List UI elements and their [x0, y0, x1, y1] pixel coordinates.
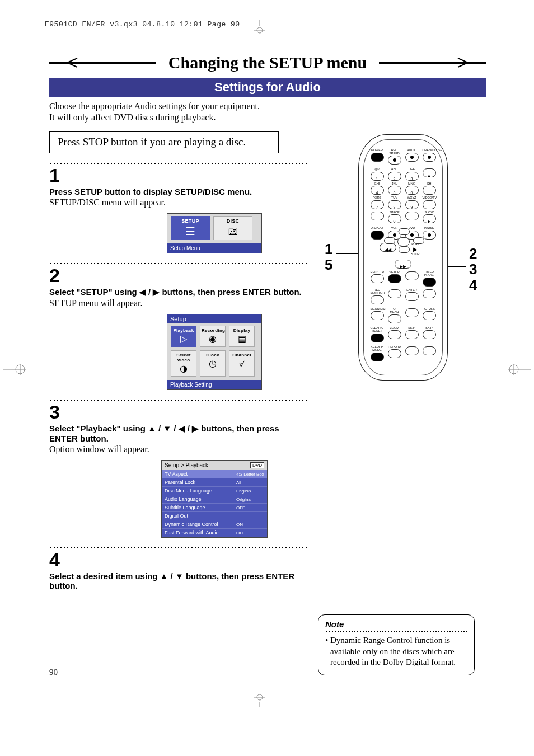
option-value: OFF [233, 504, 267, 512]
option-label: Dynamic Range Control [162, 520, 233, 529]
remote-button-label: REC MONITOR [371, 289, 384, 295]
remote-button-label: DEF [405, 168, 419, 171]
remote-button[interactable] [388, 289, 401, 298]
digit-2-button[interactable]: 2 [388, 172, 401, 181]
TOP MENU-button[interactable] [388, 314, 401, 323]
nav-left-button[interactable] [384, 237, 395, 244]
DISPLAY-button[interactable] [371, 231, 384, 240]
osd-footer: Playback Setting [167, 380, 261, 389]
AUDIO-button[interactable] [405, 153, 419, 162]
RETURN-button[interactable] [423, 311, 436, 320]
option-label: Subtitle Language [162, 504, 233, 512]
SEARCH MODE-button[interactable] [371, 353, 384, 361]
remote-button[interactable] [405, 346, 419, 355]
remote-button-label: AUDIO [405, 149, 419, 152]
SKIP-button[interactable] [423, 330, 436, 339]
digit-x-button[interactable] [423, 200, 436, 209]
step-number: 1 [49, 166, 307, 185]
option-value: OFF [233, 529, 267, 537]
remote-button[interactable] [423, 346, 436, 355]
osd-setup-disc: SETUP ☰ DISC 🖭 Setup Menu [167, 213, 262, 253]
digit-3-button[interactable]: 3 [405, 172, 419, 181]
POWER-button[interactable] [371, 153, 384, 162]
REC SPEED-button[interactable] [388, 156, 401, 165]
display-icon: ▤ [231, 335, 253, 344]
remote-button-label: MENU/LIST [371, 308, 384, 311]
step-text: SETUP menu will appear. [49, 298, 307, 308]
enter-button[interactable] [397, 237, 410, 246]
nav-right-button[interactable] [413, 237, 424, 244]
remote-button-label: SKIP [405, 327, 419, 330]
crop-mark-icon [252, 20, 268, 34]
digit-1-button[interactable]: 1 [371, 172, 384, 181]
remote-button-label: SPACE [388, 211, 401, 214]
remote-button-label: REC/OTR [371, 271, 384, 274]
nav-down-button[interactable] [399, 246, 410, 253]
option-value: Original [233, 495, 267, 504]
digit-6-button[interactable]: 6 [405, 186, 419, 195]
disc-icon: 🖭 [215, 226, 251, 237]
remote-button[interactable] [405, 271, 419, 280]
osd-option-row: Audio LanguageOriginal [162, 495, 267, 504]
digit-▶-button[interactable]: ▶ [423, 214, 436, 223]
arrows-udlr-icon: ▲ / ▼ / ◀ / ▶ [148, 424, 199, 433]
callout-5: 5 [325, 256, 332, 274]
digit-8-button[interactable]: 8 [388, 200, 401, 209]
TIMER PROG.-button[interactable] [423, 278, 436, 287]
option-value: All [233, 478, 267, 487]
dvd-badge: DVD [250, 462, 264, 468]
osd-option-row: Subtitle LanguageOFF [162, 504, 267, 512]
remote-button-label: REC SPEED [388, 149, 401, 155]
remote-button-label: POWER [371, 149, 384, 152]
ENTER-button[interactable] [405, 292, 419, 301]
intro-line-2: It will only affect DVD discs during pla… [49, 112, 307, 123]
SKIP-button[interactable] [405, 330, 419, 339]
trim-mark-icon [3, 364, 26, 375]
osd-option-row: Digital Out [162, 512, 267, 520]
digit-x-button[interactable] [405, 212, 419, 220]
step-number: 2 [49, 266, 307, 285]
remote-diagram: 1 5 2 3 4 POWERREC SPEEDAUDIOOPEN/CLOSE … [325, 134, 481, 381]
digit-9-button[interactable]: 9 [405, 200, 419, 209]
remote-button-label: MNO [405, 182, 419, 186]
nav-cluster [383, 228, 425, 256]
digit-7-button[interactable]: 7 [371, 200, 384, 209]
digit-▲-button[interactable]: ▲ [423, 168, 436, 177]
osd-cell-recording: Recording◉ [200, 326, 226, 347]
option-label: Audio Language [162, 495, 233, 504]
CLEAR/C-RESET-button[interactable] [371, 334, 384, 342]
chevron-left-icon [64, 57, 79, 68]
digit-5-button[interactable]: 5 [388, 186, 401, 195]
MENU/LIST-button[interactable] [371, 311, 384, 320]
OPEN/CLOSE-button[interactable] [423, 153, 436, 162]
digit-4-button[interactable]: 4 [371, 186, 384, 195]
digit-x-button[interactable] [371, 212, 384, 220]
page-title: Changing the SETUP menu [156, 53, 379, 72]
digit-x-button[interactable] [423, 186, 436, 195]
ZOOM-button[interactable] [388, 330, 401, 339]
remote-button-label: VIDEO/TV [423, 196, 436, 200]
option-label: Fast Forward with Audio [162, 529, 233, 537]
remote-button[interactable] [423, 289, 436, 298]
page-title-bar: Changing the SETUP menu [49, 50, 486, 75]
play-icon: ▷ [172, 335, 195, 344]
REC/OTR-button[interactable] [371, 274, 384, 283]
arrows-lr-icon: ◀ / ▶ [139, 287, 160, 297]
fast-forward-button[interactable]: ▶▶ [395, 260, 411, 269]
remote-button-label: GHI [371, 182, 384, 186]
step-text: Option window will appear. [49, 444, 307, 454]
osd-cell-display: Display▤ [229, 326, 255, 347]
SETUP-button[interactable] [388, 274, 401, 283]
CM SKIP-button[interactable] [388, 349, 401, 358]
remote-button-label: @./ [371, 168, 384, 171]
osd-breadcrumb: Setup > Playback [165, 462, 208, 468]
remote-button[interactable] [405, 308, 419, 317]
section-subtitle: Settings for Audio [49, 78, 486, 97]
divider-dots [49, 261, 307, 265]
osd-option-row: TV Aspect4:3 Letter Box [162, 470, 267, 478]
option-label: Disc Menu Language [162, 487, 233, 495]
osd-option-row: Fast Forward with AudioOFF [162, 529, 267, 537]
digit-0-button[interactable]: 0 [388, 214, 401, 223]
REC MONITOR-button[interactable] [371, 295, 384, 304]
nav-up-button[interactable] [399, 228, 410, 235]
